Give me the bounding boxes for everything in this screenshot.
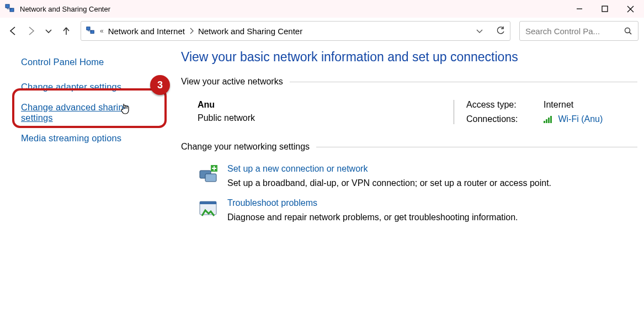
sidebar-link-adapter[interactable]: Change adapter settings — [21, 77, 162, 97]
sidebar-link-home[interactable]: Control Panel Home — [21, 52, 162, 72]
network-name: Anu — [198, 100, 440, 113]
access-type-value: Internet — [544, 100, 637, 110]
sidebar: Control Panel Home Change adapter settin… — [0, 46, 175, 315]
svg-rect-6 — [87, 27, 90, 30]
divider — [316, 147, 637, 147]
section-label: Change your networking settings — [181, 142, 310, 152]
svg-rect-13 — [550, 116, 552, 123]
search-icon — [624, 26, 632, 35]
tutorial-step-badge: 3 — [150, 75, 170, 95]
access-type-label: Access type: — [466, 100, 544, 110]
app-icon — [4, 3, 15, 14]
breadcrumb-ellipsis[interactable]: « — [100, 27, 104, 35]
action-setup-connection-link[interactable]: Set up a new connection or network — [227, 164, 368, 173]
active-network: Anu Public network Access type: Internet… — [181, 92, 637, 134]
breadcrumb-seg-1[interactable]: Network and Internet — [108, 26, 185, 36]
breadcrumb[interactable]: « Network and Internet Network and Shari… — [81, 21, 510, 41]
breadcrumb-icon — [86, 26, 95, 36]
svg-rect-20 — [200, 201, 216, 204]
history-dropdown[interactable] — [41, 23, 56, 39]
svg-rect-15 — [205, 174, 216, 182]
vertical-divider — [454, 100, 454, 124]
action-setup-connection-desc: Set up a broadband, dial-up, or VPN conn… — [227, 174, 551, 188]
divider — [290, 82, 637, 82]
forward-button[interactable] — [23, 23, 39, 39]
refresh-button[interactable] — [496, 26, 505, 36]
action-troubleshoot-desc: Diagnose and repair network problems, or… — [227, 208, 518, 222]
up-button[interactable] — [58, 23, 74, 39]
svg-point-8 — [625, 28, 630, 33]
search-placeholder: Search Control Pa... — [525, 26, 600, 36]
svg-rect-3 — [602, 6, 608, 12]
svg-rect-12 — [548, 118, 550, 123]
sidebar-link-advanced-sharing[interactable]: Change advanced sharing settings — [21, 97, 162, 128]
svg-rect-11 — [546, 119, 547, 123]
svg-rect-0 — [6, 4, 9, 8]
minimize-button[interactable] — [567, 0, 592, 18]
window-title: Network and Sharing Center — [20, 5, 567, 13]
connection-link[interactable]: Wi-Fi (Anu) — [558, 114, 603, 124]
action-troubleshoot-link[interactable]: Troubleshoot problems — [227, 198, 317, 208]
page-heading: View your basic network information and … — [181, 46, 637, 75]
section-active-networks: View your active networks — [181, 77, 637, 87]
sidebar-link-media-streaming[interactable]: Media streaming options — [21, 128, 162, 148]
connections-label: Connections: — [466, 114, 544, 124]
back-button[interactable] — [6, 23, 21, 39]
breadcrumb-dropdown[interactable] — [476, 27, 483, 35]
section-change-settings: Change your networking settings — [181, 142, 637, 152]
section-label: View your active networks — [181, 77, 283, 87]
wifi-signal-icon — [544, 116, 553, 124]
window-titlebar: Network and Sharing Center — [0, 0, 644, 18]
close-button[interactable] — [618, 0, 643, 18]
action-setup-connection: Set up a new connection or network Set u… — [181, 157, 637, 192]
search-input[interactable]: Search Control Pa... — [519, 21, 638, 41]
breadcrumb-seg-2[interactable]: Network and Sharing Center — [198, 26, 302, 36]
troubleshoot-icon — [198, 198, 220, 220]
svg-rect-10 — [544, 121, 545, 123]
nav-toolbar: « Network and Internet Network and Shari… — [0, 18, 644, 44]
setup-connection-icon — [198, 164, 220, 186]
svg-line-9 — [630, 33, 632, 35]
chevron-right-icon — [189, 28, 194, 34]
action-troubleshoot: Troubleshoot problems Diagnose and repai… — [181, 192, 637, 226]
network-type: Public network — [198, 113, 440, 123]
maximize-button[interactable] — [592, 0, 618, 18]
content: View your basic network information and … — [175, 46, 644, 315]
